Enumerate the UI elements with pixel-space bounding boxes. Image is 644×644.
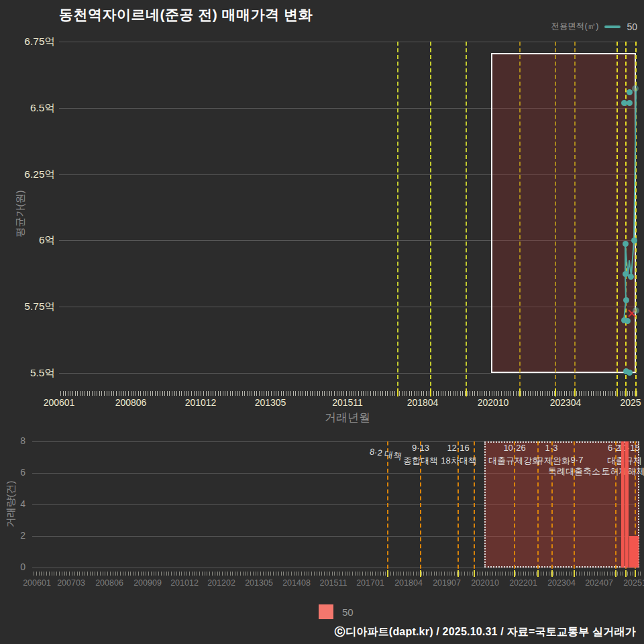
policy-axis-tick xyxy=(635,570,636,577)
data-point-faded[interactable] xyxy=(633,307,639,314)
volume-bar[interactable] xyxy=(625,441,629,568)
policy-axis-tick xyxy=(387,570,388,577)
policy-annotation: 10·15 xyxy=(582,443,644,453)
policy-axis-tick xyxy=(458,570,459,577)
policy-axis-tick xyxy=(574,570,575,577)
highlight-box[interactable] xyxy=(491,53,636,373)
data-point[interactable] xyxy=(631,237,637,244)
policy-annotation: 토허제해제 xyxy=(576,466,644,478)
policy-axis-tick xyxy=(574,388,576,396)
policy-dashed-line xyxy=(555,42,556,392)
policy-dashed-line xyxy=(430,42,431,392)
volume-bar[interactable] xyxy=(621,441,625,568)
data-point-faded[interactable] xyxy=(632,85,639,92)
policy-dashed-line xyxy=(616,42,618,392)
policy-axis-tick xyxy=(474,570,475,577)
policy-axis-tick xyxy=(519,388,521,396)
data-point[interactable] xyxy=(627,89,633,95)
policy-axis-tick xyxy=(616,388,618,396)
data-point[interactable] xyxy=(623,297,629,303)
x-tick-label: 202510 xyxy=(614,578,644,588)
bar-series-swatch xyxy=(319,604,333,619)
data-point[interactable] xyxy=(627,100,633,106)
y-tick-label: 0 xyxy=(4,561,25,572)
policy-axis-tick xyxy=(514,570,515,577)
data-point[interactable] xyxy=(628,274,634,280)
data-point[interactable] xyxy=(625,318,631,324)
policy-dashed-line xyxy=(397,42,398,392)
policy-dashed-line xyxy=(635,42,637,392)
policy-axis-tick xyxy=(420,570,421,577)
policy-dashed-line xyxy=(574,42,576,392)
legend-bottom[interactable]: 50 xyxy=(319,604,354,619)
copyright-footer: ⓒ디아파트(dapt.kr) / 2025.10.31 / 자료=국토교통부 실… xyxy=(335,625,636,639)
y-tick-label: 8 xyxy=(4,435,25,446)
policy-axis-tick xyxy=(615,570,616,577)
policy-axis-tick xyxy=(537,570,539,577)
legend-bottom-label[interactable]: 50 xyxy=(342,606,354,618)
data-point[interactable] xyxy=(627,370,633,376)
policy-axis-tick xyxy=(625,570,627,577)
policy-dashed-line xyxy=(625,42,627,392)
x-axis-minor-ticks xyxy=(34,572,641,576)
data-point[interactable] xyxy=(623,241,629,247)
volume-bar[interactable] xyxy=(629,536,639,568)
policy-axis-tick xyxy=(397,388,398,396)
y-axis-title: 거래량(건) xyxy=(5,458,17,551)
policy-axis-tick xyxy=(430,388,431,396)
gridline xyxy=(32,568,639,568)
policy-axis-tick xyxy=(555,388,556,396)
policy-axis-tick xyxy=(551,570,553,577)
policy-axis-tick xyxy=(625,388,627,396)
chart-canvas: 동천역자이르네(준공 전) 매매가격 변화 전용면적(㎡) 50 6.75억6.… xyxy=(0,0,644,644)
policy-dashed-line xyxy=(519,42,521,392)
policy-axis-tick xyxy=(635,388,637,396)
policy-axis-tick xyxy=(466,388,467,396)
policy-dashed-line xyxy=(466,42,467,392)
